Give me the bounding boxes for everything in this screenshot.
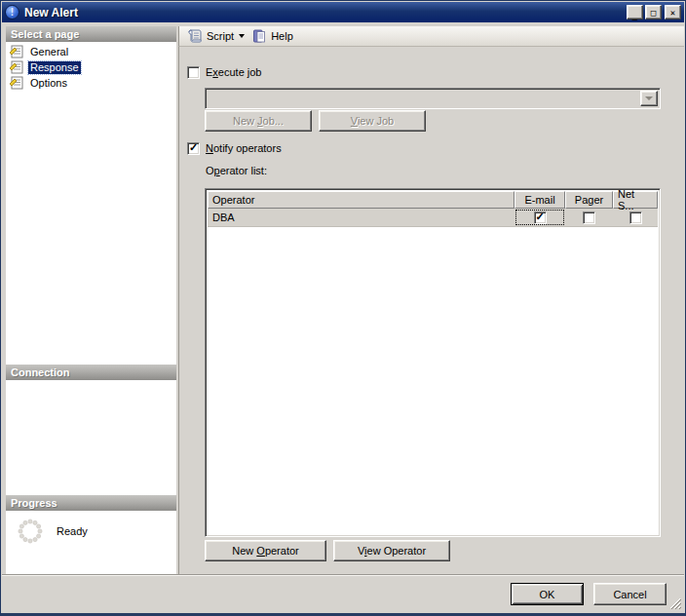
execute-job-checkbox[interactable]: [187, 66, 200, 79]
sidebar-item-response[interactable]: Response: [6, 59, 176, 75]
resize-grip[interactable]: [668, 597, 681, 609]
close-button[interactable]: ✕: [665, 5, 681, 19]
progress-spinner-icon: [16, 517, 45, 546]
operator-list-label: Operator list:: [206, 165, 267, 176]
view-job-button[interactable]: View Job: [319, 110, 426, 132]
new-alert-dialog: ! New Alert _ □ ✕ Select a page General …: [0, 0, 686, 616]
new-operator-button[interactable]: New Operator: [205, 540, 326, 561]
sidebar-item-general[interactable]: General: [6, 44, 176, 59]
progress-panel: Ready: [6, 511, 176, 574]
script-dropdown-caret[interactable]: [239, 34, 245, 38]
connection-header: Connection: [6, 365, 176, 380]
maximize-button[interactable]: □: [645, 5, 662, 19]
column-header-pager[interactable]: Pager: [565, 191, 613, 209]
column-header-operator[interactable]: Operator: [208, 191, 514, 209]
script-label: Script: [207, 30, 234, 42]
titlebar[interactable]: ! New Alert _ □ ✕: [2, 2, 684, 22]
job-combobox[interactable]: [205, 88, 661, 109]
notify-operators-label[interactable]: Notify operators: [206, 142, 282, 154]
cancel-button[interactable]: Cancel: [593, 583, 667, 605]
progress-status: Ready: [57, 525, 88, 537]
column-header-net-send[interactable]: Net S...: [613, 191, 658, 209]
sidebar: Select a page General Response Options C…: [6, 26, 176, 574]
minimize-button[interactable]: _: [627, 5, 643, 19]
footer-divider: [2, 574, 684, 576]
net-send-checkbox[interactable]: [629, 212, 642, 224]
ok-button[interactable]: OK: [511, 583, 584, 605]
script-button[interactable]: Script: [184, 26, 237, 46]
job-combobox-value: [206, 89, 638, 108]
email-cell: ✓: [514, 209, 565, 226]
chevron-down-icon: [645, 96, 653, 100]
column-header-email[interactable]: E-mail: [514, 191, 565, 209]
select-a-page-header: Select a page: [6, 26, 176, 42]
pager-checkbox[interactable]: [583, 212, 595, 224]
operator-grid: Operator E-mail Pager Net S... DBA ✓: [205, 188, 661, 537]
net-send-cell: [613, 209, 658, 226]
page-icon: [9, 60, 24, 74]
job-combobox-dropdown-button[interactable]: [640, 91, 658, 106]
sidebar-item-label: General: [28, 46, 70, 58]
help-icon: [251, 28, 267, 44]
script-icon: [187, 28, 203, 44]
new-job-button[interactable]: New Job...: [205, 110, 312, 132]
sidebar-item-label: Options: [28, 77, 69, 90]
toolbar: Script Help: [178, 26, 684, 47]
sidebar-item-label: Response: [28, 61, 81, 74]
help-label: Help: [271, 30, 293, 42]
response-page-panel: Execute job New Job... View Job ✓ Notify…: [178, 47, 684, 574]
email-checkbox[interactable]: ✓: [534, 212, 547, 224]
window-title: New Alert: [24, 6, 625, 19]
page-icon: [9, 76, 24, 90]
pager-cell: [565, 209, 613, 226]
progress-header: Progress: [6, 495, 176, 511]
page-icon: [9, 45, 24, 58]
alert-icon: !: [5, 5, 19, 19]
table-row[interactable]: DBA ✓: [208, 209, 658, 227]
operator-name-cell: DBA: [208, 209, 514, 226]
notify-operators-checkbox[interactable]: ✓: [187, 142, 200, 155]
page-list: General Response Options: [6, 42, 176, 365]
operator-grid-header: Operator E-mail Pager Net S...: [208, 191, 658, 209]
sidebar-item-options[interactable]: Options: [6, 75, 176, 91]
connection-panel: [6, 380, 176, 495]
execute-job-label[interactable]: Execute job: [206, 66, 262, 78]
view-operator-button[interactable]: View Operator: [333, 540, 450, 561]
help-button[interactable]: Help: [248, 26, 296, 46]
